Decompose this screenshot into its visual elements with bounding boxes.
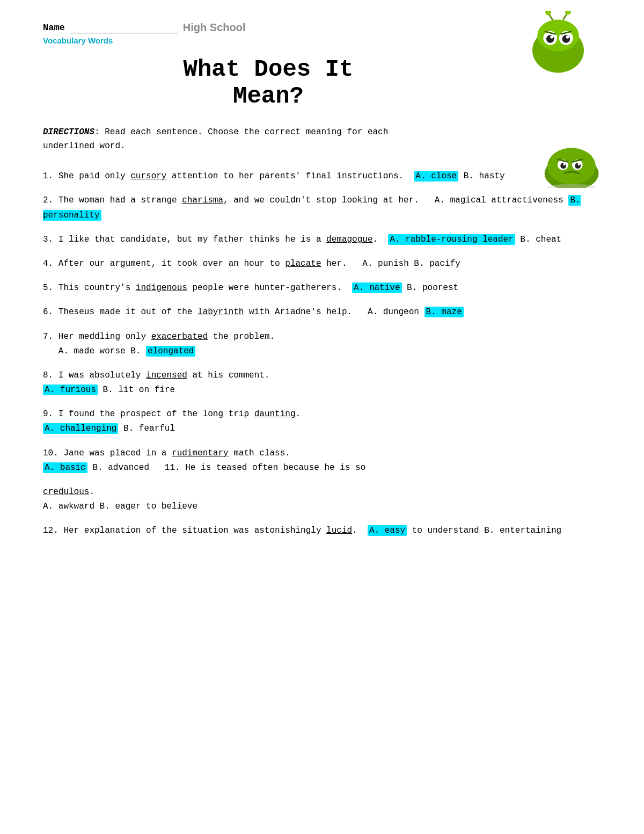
- svg-point-1: [545, 11, 551, 15]
- question-3: 3. I like that candidate, but my father …: [43, 233, 601, 247]
- q6-answer-b: B. maze: [425, 307, 464, 317]
- q4-text: 4. After our argument, it took over an h…: [43, 259, 460, 269]
- monster-top-icon: [526, 11, 590, 75]
- directions-label: DIRECTIONS: [43, 127, 94, 137]
- q8-word: incensed: [146, 371, 187, 380]
- q9-text: 9. I found the prospect of the long trip…: [43, 409, 301, 434]
- svg-point-20: [563, 163, 566, 166]
- q12-word: lucid: [326, 526, 352, 535]
- q1-answer-a: A. close: [414, 171, 458, 182]
- q3-text: 3. I like that candidate, but my father …: [43, 234, 561, 245]
- svg-point-8: [546, 35, 554, 43]
- header: Name High School Vocabulary Words: [43, 21, 601, 45]
- question-6: 6. Theseus made it out of the labyrinth …: [43, 305, 601, 320]
- monster-side-icon: [542, 140, 601, 188]
- directions-text: : Read each sentence. Choose the correct…: [43, 127, 388, 151]
- q5-word: indigenous: [136, 283, 187, 293]
- q1-num: 1. She paid only cursory attention to he…: [43, 171, 505, 182]
- q3-answer-a: A. rabble-rousing leader: [388, 234, 515, 245]
- q8-text: 8. I was absolutely incensed at his comm…: [43, 371, 269, 395]
- page-title: What Does It Mean?: [43, 56, 494, 110]
- question-10: 10. Jane was placed in a rudimentary mat…: [43, 446, 601, 475]
- q10-text: 10. Jane was placed in a rudimentary mat…: [43, 448, 365, 473]
- svg-point-5: [537, 20, 579, 52]
- q7-word: exacerbated: [151, 332, 208, 342]
- q2-answer-b: B. personality: [43, 195, 581, 220]
- q12-text: 12. Her explanation of the situation was…: [43, 525, 561, 536]
- question-7: 7. Her meddling only exacerbated the pro…: [43, 330, 601, 359]
- q6-word: labyrinth: [197, 307, 244, 317]
- q7-answer-b: elongated: [146, 346, 195, 357]
- q10-answer-a: A. basic: [43, 462, 87, 473]
- name-underline: [70, 23, 178, 33]
- q7-text: 7. Her meddling only exacerbated the pro…: [43, 332, 275, 357]
- q6-text: 6. Theseus made it out of the labyrinth …: [43, 307, 464, 317]
- q4-word: placate: [285, 259, 321, 269]
- q3-word: demagogue: [326, 235, 372, 244]
- name-label: Name: [43, 23, 65, 33]
- q10-word: rudimentary: [172, 448, 229, 458]
- question-5: 5. This country's indigenous people were…: [43, 281, 601, 295]
- name-line: Name High School: [43, 21, 245, 34]
- question-4: 4. After our argument, it took over an h…: [43, 257, 601, 271]
- question-1: 1. She paid only cursory attention to he…: [43, 169, 601, 184]
- q2-text: 2. The woman had a strange charisma, and…: [43, 195, 581, 220]
- q2-word: charisma: [182, 195, 223, 205]
- q1-word: cursory: [130, 171, 166, 181]
- q8-answer-a: A. furious: [43, 385, 98, 395]
- q12-answer-a: A. easy: [368, 525, 407, 536]
- question-11-credulous: credulous. A. awkward B. eager to believ…: [43, 485, 601, 514]
- header-left: Name High School Vocabulary Words: [43, 21, 245, 45]
- q11-word: credulous: [43, 487, 89, 497]
- vocab-words-label: Vocabulary Words: [43, 36, 245, 45]
- svg-point-15: [547, 148, 596, 184]
- svg-point-21: [577, 163, 580, 166]
- q5-text: 5. This country's indigenous people were…: [43, 282, 458, 293]
- svg-point-9: [562, 35, 570, 43]
- question-8: 8. I was absolutely incensed at his comm…: [43, 368, 601, 397]
- questions-section: 1. She paid only cursory attention to he…: [43, 169, 601, 538]
- q11-answers: A. awkward B. eager to believe: [43, 502, 197, 511]
- q9-answer-a: A. challenging: [43, 423, 118, 434]
- question-9: 9. I found the prospect of the long trip…: [43, 407, 601, 436]
- svg-point-10: [550, 35, 553, 39]
- question-2: 2. The woman had a strange charisma, and…: [43, 193, 601, 222]
- q5-answer-a: A. native: [352, 282, 401, 293]
- q9-word: daunting: [254, 409, 296, 419]
- high-school-label: High School: [183, 21, 246, 34]
- question-12: 12. Her explanation of the situation was…: [43, 524, 601, 538]
- svg-point-11: [566, 35, 569, 39]
- directions-section: DIRECTIONS: Read each sentence. Choose t…: [43, 126, 408, 153]
